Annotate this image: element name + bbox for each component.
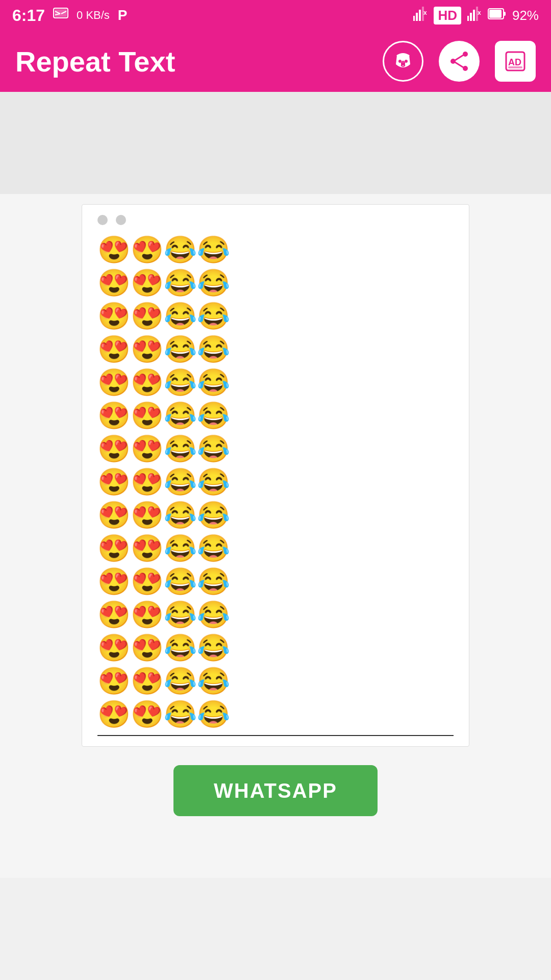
svg-point-24: [463, 66, 468, 71]
text-output-card: 😍😍😂😂😍😍😂😂😍😍😂😂😍😍😂😂😍😍😂😂😍😍😂😂😍😍😂😂😍😍😂😂😍😍😂😂😍😍😂😂…: [82, 204, 469, 747]
toolbar-dot-1: [97, 215, 108, 225]
svg-text:x: x: [423, 9, 427, 16]
svg-point-23: [450, 59, 456, 64]
svg-text:AD: AD: [508, 57, 521, 67]
svg-rect-1: [55, 9, 67, 17]
app-bar-icons: AD: [383, 41, 536, 82]
signal-icon: x: [413, 7, 428, 24]
app-bar: Repeat Text: [0, 31, 551, 92]
ad-banner: [0, 92, 551, 194]
emoji-line: 😍😍😂😂: [97, 698, 454, 731]
battery-icon: [488, 7, 506, 24]
emoji-line: 😍😍😂😂: [97, 366, 454, 399]
svg-line-26: [455, 62, 463, 67]
emoji-line: 😍😍😂😂: [97, 300, 454, 333]
lock-button[interactable]: [383, 41, 423, 82]
whatsapp-button[interactable]: WHATSAPP: [173, 765, 378, 816]
emoji-line: 😍😍😂😂: [97, 399, 454, 432]
svg-point-19: [405, 60, 408, 63]
app-title: Repeat Text: [15, 45, 372, 78]
emoji-line: 😍😍😂😂: [97, 266, 454, 300]
emoji-line: 😍😍😂😂: [97, 532, 454, 565]
main-content: 😍😍😂😂😍😍😂😂😍😍😂😂😍😍😂😂😍😍😂😂😍😍😂😂😍😍😂😂😍😍😂😂😍😍😂😂😍😍😂😂…: [0, 194, 551, 878]
svg-rect-17: [504, 12, 506, 16]
emoji-lines-container: 😍😍😂😂😍😍😂😂😍😍😂😂😍😍😂😂😍😍😂😂😍😍😂😂😍😍😂😂😍😍😂😂😍😍😂😂😍😍😂😂…: [97, 233, 454, 731]
status-bar: 6:17 0 KB/s P x HD: [0, 0, 551, 31]
hd-badge: HD: [434, 7, 461, 24]
card-toolbar: [97, 215, 454, 225]
message-icon: [53, 7, 68, 23]
emoji-line: 😍😍😂😂: [97, 598, 454, 631]
ad-button[interactable]: AD: [495, 41, 536, 82]
toolbar-dot-2: [116, 215, 126, 225]
emoji-line: 😍😍😂😂: [97, 333, 454, 366]
status-left: 6:17 0 KB/s P: [12, 6, 128, 25]
svg-point-18: [398, 60, 402, 63]
text-divider: [97, 735, 454, 736]
status-time: 6:17: [12, 6, 45, 25]
bottom-area: [0, 878, 551, 980]
svg-point-22: [463, 52, 468, 57]
emoji-line: 😍😍😂😂: [97, 465, 454, 499]
svg-rect-29: [508, 66, 522, 68]
battery-percent: 92%: [512, 8, 539, 23]
emoji-line: 😍😍😂😂: [97, 565, 454, 598]
emoji-line: 😍😍😂😂: [97, 432, 454, 465]
emoji-line: 😍😍😂😂: [97, 631, 454, 665]
share-button[interactable]: [439, 41, 480, 82]
paytm-icon: P: [118, 7, 128, 23]
emoji-line: 😍😍😂😂: [97, 665, 454, 698]
svg-text:x: x: [478, 9, 481, 16]
svg-rect-16: [489, 10, 502, 18]
emoji-line: 😍😍😂😂: [97, 499, 454, 532]
svg-line-25: [455, 55, 463, 60]
kb-indicator: 0 KB/s: [77, 9, 110, 22]
emoji-line: 😍😍😂😂: [97, 233, 454, 266]
status-right: x HD x 92%: [413, 7, 539, 24]
signal-icon-2: x: [467, 7, 482, 24]
